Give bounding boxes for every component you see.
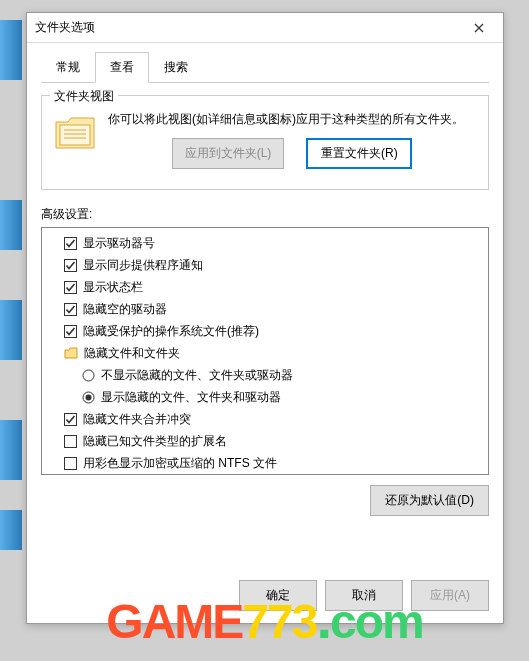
tree-item-label: 隐藏文件夹合并冲突 bbox=[83, 410, 191, 428]
titlebar: 文件夹选项 bbox=[27, 13, 503, 43]
tab-search[interactable]: 搜索 bbox=[149, 52, 203, 83]
tree-item-label: 隐藏已知文件类型的扩展名 bbox=[83, 432, 227, 450]
apply-to-folder-button[interactable]: 应用到文件夹(L) bbox=[172, 138, 285, 169]
reset-folder-button[interactable]: 重置文件夹(R) bbox=[306, 138, 412, 169]
svg-rect-14 bbox=[65, 457, 77, 469]
tree-item-label: 用彩色显示加密或压缩的 NTFS 文件 bbox=[83, 454, 277, 472]
svg-rect-0 bbox=[60, 125, 90, 145]
tree-item-2[interactable]: 显示状态栏 bbox=[44, 276, 486, 298]
tab-view[interactable]: 查看 bbox=[95, 52, 149, 83]
tree-item-label: 显示驱动器号 bbox=[83, 234, 155, 252]
tree-item-4[interactable]: 隐藏受保护的操作系统文件(推荐) bbox=[44, 320, 486, 342]
tree-item-11[interactable]: 在标题栏中显示完整路径 bbox=[44, 474, 486, 475]
tree-item-7[interactable]: 显示隐藏的文件、文件夹和驱动器 bbox=[44, 386, 486, 408]
tree-item-8[interactable]: 隐藏文件夹合并冲突 bbox=[44, 408, 486, 430]
tree-item-label: 隐藏受保护的操作系统文件(推荐) bbox=[83, 322, 259, 340]
svg-rect-13 bbox=[65, 435, 77, 447]
folder-view-description: 你可以将此视图(如详细信息或图标)应用于这种类型的所有文件夹。 bbox=[108, 110, 476, 128]
close-button[interactable] bbox=[463, 16, 495, 40]
tab-strip: 常规 查看 搜索 bbox=[41, 51, 489, 83]
tree-item-6[interactable]: 不显示隐藏的文件、文件夹或驱动器 bbox=[44, 364, 486, 386]
tree-item-label: 隐藏空的驱动器 bbox=[83, 300, 167, 318]
tree-item-label: 显示隐藏的文件、文件夹和驱动器 bbox=[101, 388, 281, 406]
tree-item-3[interactable]: 隐藏空的驱动器 bbox=[44, 298, 486, 320]
svg-point-9 bbox=[83, 370, 94, 381]
tree-item-9[interactable]: 隐藏已知文件类型的扩展名 bbox=[44, 430, 486, 452]
restore-defaults-button[interactable]: 还原为默认值(D) bbox=[370, 485, 489, 516]
advanced-settings-tree[interactable]: 显示驱动器号显示同步提供程序通知显示状态栏隐藏空的驱动器隐藏受保护的操作系统文件… bbox=[41, 227, 489, 475]
svg-point-11 bbox=[86, 394, 92, 400]
dialog-buttons: 确定 取消 应用(A) bbox=[239, 580, 489, 611]
folder-view-title: 文件夹视图 bbox=[50, 88, 118, 105]
tree-item-0[interactable]: 显示驱动器号 bbox=[44, 232, 486, 254]
tree-item-label: 不显示隐藏的文件、文件夹或驱动器 bbox=[101, 366, 293, 384]
tree-item-1[interactable]: 显示同步提供程序通知 bbox=[44, 254, 486, 276]
tree-item-label: 隐藏文件和文件夹 bbox=[84, 344, 180, 362]
tree-item-5: 隐藏文件和文件夹 bbox=[44, 342, 486, 364]
cancel-button[interactable]: 取消 bbox=[325, 580, 403, 611]
tab-general[interactable]: 常规 bbox=[41, 52, 95, 83]
tree-item-label: 显示同步提供程序通知 bbox=[83, 256, 203, 274]
folder-options-dialog: 文件夹选项 常规 查看 搜索 文件夹视图 bbox=[26, 12, 504, 624]
advanced-label: 高级设置: bbox=[41, 206, 489, 223]
folder-view-group: 文件夹视图 你可以将此视图(如详细信息或图标)应用于这种类型的所有文件夹。 应用… bbox=[41, 95, 489, 190]
ok-button[interactable]: 确定 bbox=[239, 580, 317, 611]
folder-icon bbox=[54, 114, 96, 152]
apply-button[interactable]: 应用(A) bbox=[411, 580, 489, 611]
window-title: 文件夹选项 bbox=[35, 19, 463, 36]
tree-item-10[interactable]: 用彩色显示加密或压缩的 NTFS 文件 bbox=[44, 452, 486, 474]
close-icon bbox=[474, 23, 484, 33]
tree-item-label: 显示状态栏 bbox=[83, 278, 143, 296]
